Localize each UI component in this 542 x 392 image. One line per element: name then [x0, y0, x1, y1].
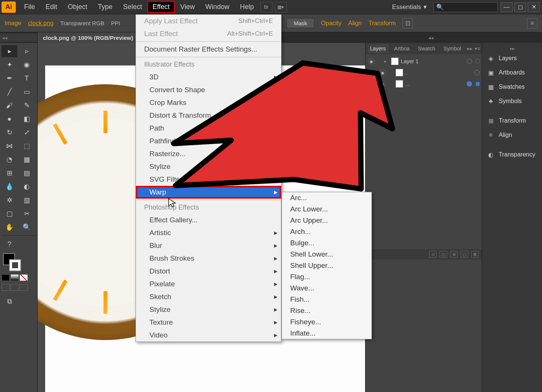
color-mode-gradient[interactable] — [11, 274, 19, 281]
submenu-bulge[interactable]: Bulge... — [282, 237, 371, 249]
menu-texture[interactable]: Texture▶ — [136, 316, 281, 329]
toolbox-collapse[interactable]: ◂◂ — [0, 33, 38, 42]
menu-sketch[interactable]: Sketch▶ — [136, 290, 281, 303]
layer-row[interactable]: ◉ ... — [365, 78, 482, 90]
locate-object-icon[interactable]: ⊙ — [429, 251, 437, 258]
menu-convert-shape[interactable]: Convert to Shape▶ — [136, 84, 281, 96]
stroke-color[interactable] — [9, 259, 21, 271]
delete-layer-icon[interactable]: 🗑 — [471, 251, 479, 258]
submenu-arc-lower[interactable]: Arc Lower... — [282, 204, 371, 215]
help-tool[interactable]: ? — [2, 238, 17, 250]
submenu-wave[interactable]: Wave... — [282, 283, 371, 294]
eraser-tool[interactable]: ◧ — [19, 113, 35, 125]
submenu-inflate[interactable]: Inflate... — [282, 328, 371, 339]
perspective-tool[interactable]: ▦ — [19, 153, 35, 166]
menu-video[interactable]: Video▶ — [136, 329, 281, 342]
screen-mode-full[interactable] — [11, 284, 19, 291]
screen-mode-normal[interactable] — [2, 284, 10, 291]
paintbrush-tool[interactable]: 🖌 — [2, 99, 17, 111]
blend-tool[interactable]: ◐ — [19, 181, 35, 193]
width-tool[interactable]: ⋈ — [2, 140, 17, 152]
menu-path[interactable]: Path▶ — [136, 122, 281, 135]
tab-artboards[interactable]: Artboa — [392, 44, 412, 53]
rectangle-tool[interactable]: ▭ — [19, 86, 35, 98]
menu-window[interactable]: Window — [200, 1, 235, 13]
tab-swatches[interactable]: Swatch — [416, 44, 437, 53]
rotate-tool[interactable]: ↻ — [2, 126, 17, 138]
shape-builder-tool[interactable]: ◔ — [2, 153, 17, 166]
direct-selection-tool[interactable]: ▹ — [19, 45, 35, 57]
menu-view[interactable]: View — [175, 1, 200, 13]
minimize-button[interactable]: — — [501, 2, 513, 12]
dock-layers[interactable]: ◈Layers — [482, 51, 542, 65]
dock-transform[interactable]: ⊞Transform — [482, 114, 542, 128]
menu-edit[interactable]: Edit — [40, 1, 62, 13]
opacity-link[interactable]: Opacity — [321, 20, 341, 27]
menu-help[interactable]: Help — [235, 1, 259, 13]
dock-symbols[interactable]: ♣Symbols — [482, 94, 542, 108]
artboard-tool[interactable]: ▢ — [2, 208, 17, 220]
submenu-arc[interactable]: Arc... — [282, 192, 371, 204]
submenu-flag[interactable]: Flag... — [282, 271, 371, 283]
menu-effect-gallery[interactable]: Effect Gallery... — [136, 214, 281, 226]
selection-tool[interactable]: ▸ — [2, 45, 17, 57]
menu-3d[interactable]: 3D▶ — [136, 71, 281, 84]
menu-stylize-ps[interactable]: Stylize▶ — [136, 303, 281, 316]
visibility-icon[interactable]: ◉ — [379, 81, 386, 87]
zoom-tool[interactable]: 🔍 — [19, 221, 35, 233]
align-link[interactable]: Align — [348, 20, 362, 27]
panel-expand-icon[interactable]: ▸▸ — [467, 46, 472, 52]
submenu-shell-lower[interactable]: Shell Lower... — [282, 249, 371, 260]
maximize-button[interactable]: ◻ — [514, 2, 526, 12]
menu-object[interactable]: Object — [62, 1, 93, 13]
line-tool[interactable]: ╱ — [2, 86, 17, 98]
layer-name[interactable]: . — [405, 70, 407, 76]
menu-artistic[interactable]: Artistic▶ — [136, 226, 281, 239]
dock-swatches[interactable]: ▦Swatches — [482, 80, 542, 94]
gradient-tool[interactable]: ▤ — [19, 167, 35, 179]
control-image-label[interactable]: Image — [5, 20, 21, 27]
layer-name[interactable]: Layer 1 — [401, 58, 419, 64]
menu-select[interactable]: Select — [118, 1, 147, 13]
expand-icon[interactable]: ▾ — [384, 59, 389, 64]
menu-type[interactable]: Type — [93, 1, 118, 13]
new-layer-icon[interactable]: ▢ — [461, 251, 468, 258]
transform-link[interactable]: Transform — [368, 20, 396, 27]
mask-button[interactable]: Mask — [286, 18, 314, 28]
menu-distort-transform[interactable]: Distort & Transform▶ — [136, 109, 281, 122]
menu-pixelate[interactable]: Pixelate▶ — [136, 278, 281, 290]
menu-crop-marks[interactable]: Crop Marks — [136, 96, 281, 109]
new-sublayer-icon[interactable]: ⊕ — [450, 251, 458, 258]
fill-stroke-swatch[interactable] — [3, 253, 21, 271]
target-icon[interactable] — [467, 81, 472, 87]
visibility-icon[interactable]: ◉ — [368, 58, 375, 65]
layer-name[interactable]: ... — [405, 81, 410, 87]
dock-collapse[interactable]: ▸▸ — [482, 46, 542, 51]
menu-blur[interactable]: Blur▶ — [136, 239, 281, 252]
magic-wand-tool[interactable]: ✦ — [2, 59, 17, 71]
tab-symbols[interactable]: Symbol — [441, 44, 463, 53]
menu-brush-strokes[interactable]: Brush Strokes▶ — [136, 252, 281, 265]
submenu-fish[interactable]: Fish... — [282, 294, 371, 305]
close-button[interactable]: ✕ — [528, 2, 540, 12]
free-transform-tool[interactable]: ⬚ — [19, 140, 35, 152]
dock-artboards[interactable]: ▣Artboards — [482, 65, 542, 80]
menu-doc-raster-settings[interactable]: Document Raster Effects Settings... — [136, 43, 281, 56]
layer-row[interactable]: ◉ . — [365, 67, 482, 78]
bridge-icon[interactable]: Br — [260, 2, 273, 12]
eyedropper-tool[interactable]: 💧 — [2, 181, 17, 193]
lasso-tool[interactable]: ◉ — [19, 59, 35, 71]
color-mode-none[interactable] — [20, 274, 28, 281]
tab-layers[interactable]: Layers — [368, 44, 388, 53]
mesh-tool[interactable]: ⊞ — [2, 167, 17, 179]
screen-mode-present[interactable] — [20, 284, 28, 291]
arrange-docs-icon[interactable]: ▦▾ — [275, 2, 287, 12]
panel-menu-icon[interactable]: ▾≡ — [475, 46, 480, 52]
menu-stylize[interactable]: Stylize▶ — [136, 160, 281, 173]
dock-align[interactable]: ≡Align — [482, 128, 542, 142]
workspace-switcher[interactable]: Essentials▾ — [388, 2, 431, 12]
make-clip-icon[interactable]: ◫ — [440, 251, 447, 258]
control-filename[interactable]: clock.png — [28, 20, 53, 27]
type-tool[interactable]: T — [19, 72, 35, 84]
submenu-rise[interactable]: Rise... — [282, 305, 371, 316]
